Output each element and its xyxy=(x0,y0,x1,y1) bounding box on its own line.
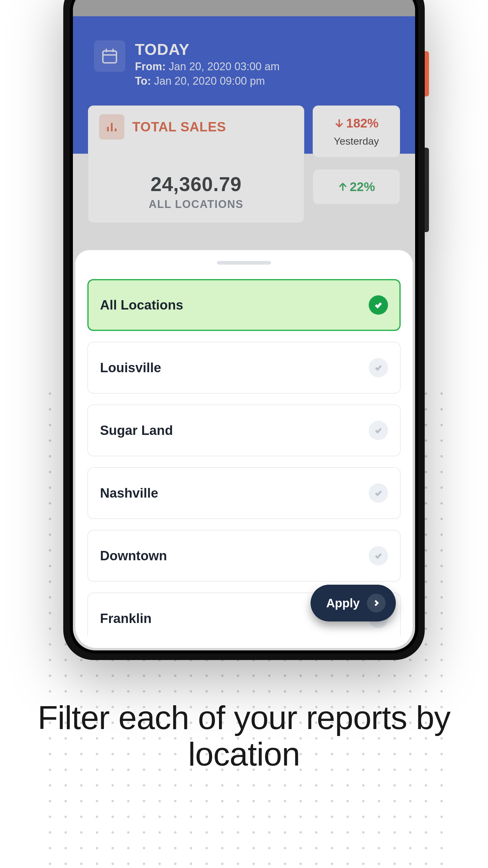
check-icon xyxy=(369,484,388,503)
location-option[interactable]: All Locations xyxy=(87,279,401,331)
location-option-label: Franklin xyxy=(100,611,152,626)
phone-power-button xyxy=(425,51,429,96)
apply-button-label: Apply xyxy=(326,596,360,610)
phone-screen: TODAY From: Jan 20, 2020 03:00 am To: Ja… xyxy=(73,0,415,650)
check-icon xyxy=(369,296,388,315)
check-icon xyxy=(369,421,388,440)
location-option[interactable]: Sugar Land xyxy=(87,404,401,456)
location-option[interactable]: Downtown xyxy=(87,530,401,582)
location-option-label: All Locations xyxy=(100,298,183,313)
chevron-right-icon xyxy=(367,594,386,613)
marketing-headline: Filter each of your reports by location xyxy=(0,699,488,772)
check-icon xyxy=(369,358,388,377)
check-icon xyxy=(369,546,388,565)
location-filter-sheet: All LocationsLouisvilleSugar LandNashvil… xyxy=(75,250,413,648)
apply-button[interactable]: Apply xyxy=(311,585,396,621)
location-option-label: Sugar Land xyxy=(100,423,173,438)
location-option-label: Nashville xyxy=(100,486,158,501)
location-option-label: Downtown xyxy=(100,548,167,563)
phone-device-frame: TODAY From: Jan 20, 2020 03:00 am To: Ja… xyxy=(63,0,425,660)
location-list: All LocationsLouisvilleSugar LandNashvil… xyxy=(87,279,401,636)
location-option[interactable]: Nashville xyxy=(87,467,401,519)
location-option-label: Louisville xyxy=(100,360,161,375)
phone-volume-button xyxy=(425,148,429,232)
sheet-drag-handle[interactable] xyxy=(217,261,271,265)
location-option[interactable]: Louisville xyxy=(87,342,401,394)
